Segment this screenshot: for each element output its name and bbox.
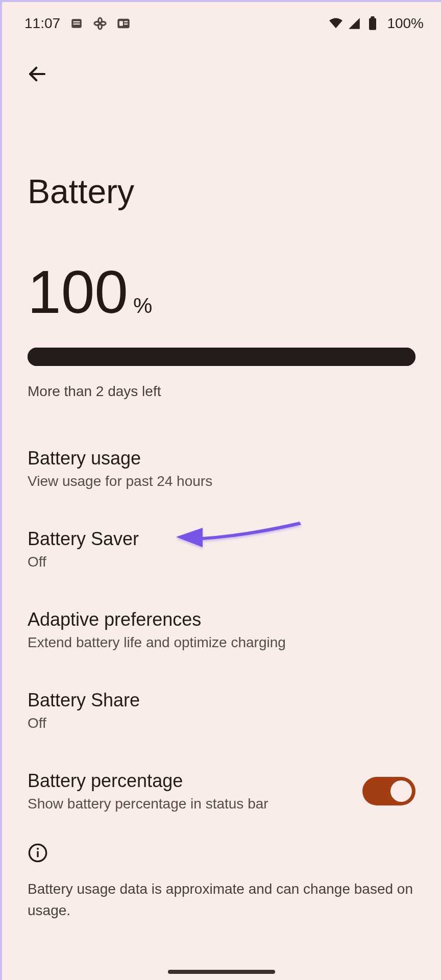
svg-point-12 bbox=[37, 848, 39, 850]
news-icon bbox=[116, 16, 131, 31]
setting-subtitle: Off bbox=[28, 715, 140, 731]
back-button[interactable] bbox=[22, 59, 52, 90]
battery-progress-fill bbox=[28, 348, 415, 366]
setting-text-block: Battery usage View usage for past 24 hou… bbox=[28, 448, 212, 489]
battery-icon bbox=[365, 16, 380, 31]
battery-hero: 100 % More than 2 days left bbox=[2, 211, 441, 400]
settings-list: Battery usage View usage for past 24 hou… bbox=[2, 400, 441, 827]
battery-share-row[interactable]: Battery Share Off bbox=[28, 666, 415, 747]
messages-icon bbox=[69, 16, 84, 31]
svg-rect-5 bbox=[124, 21, 128, 22]
battery-level-display: 100 % bbox=[28, 262, 415, 322]
pinwheel-icon bbox=[93, 16, 107, 31]
status-bar-left: 11:07 bbox=[24, 15, 131, 32]
setting-subtitle: Extend battery life and optimize chargin… bbox=[28, 634, 286, 651]
wifi-icon bbox=[329, 16, 343, 31]
status-bar-right: 100% bbox=[329, 15, 424, 32]
battery-estimate-text: More than 2 days left bbox=[28, 383, 415, 400]
setting-title: Adaptive preferences bbox=[28, 609, 286, 630]
svg-rect-3 bbox=[117, 19, 129, 29]
arrow-left-icon bbox=[27, 63, 48, 85]
setting-title: Battery Share bbox=[28, 690, 140, 711]
svg-rect-4 bbox=[119, 21, 123, 26]
battery-level-number: 100 bbox=[28, 262, 128, 322]
setting-subtitle: Show battery percentage in status bar bbox=[28, 796, 268, 812]
status-time: 11:07 bbox=[24, 15, 60, 32]
svg-rect-1 bbox=[74, 21, 80, 22]
svg-rect-7 bbox=[369, 18, 376, 30]
svg-rect-2 bbox=[74, 23, 80, 24]
nav-bar bbox=[2, 40, 441, 90]
page-title: Battery bbox=[2, 90, 441, 211]
signal-icon bbox=[347, 16, 361, 31]
battery-progress-bar bbox=[28, 348, 415, 366]
setting-text-block: Adaptive preferences Extend battery life… bbox=[28, 609, 286, 651]
nav-pill[interactable] bbox=[168, 970, 275, 974]
battery-percentage-row[interactable]: Battery percentage Show battery percenta… bbox=[28, 747, 415, 827]
setting-title: Battery usage bbox=[28, 448, 212, 469]
setting-text-block: Battery percentage Show battery percenta… bbox=[28, 770, 268, 812]
status-battery-percent: 100% bbox=[387, 15, 424, 32]
battery-percentage-toggle[interactable] bbox=[362, 777, 415, 805]
setting-title: Battery percentage bbox=[28, 770, 268, 792]
setting-subtitle: Off bbox=[28, 554, 139, 570]
info-text: Battery usage data is approximate and ca… bbox=[28, 878, 415, 921]
battery-saver-row[interactable]: Battery Saver Off bbox=[28, 505, 415, 585]
setting-title: Battery Saver bbox=[28, 528, 139, 550]
svg-rect-8 bbox=[371, 16, 375, 19]
status-bar: 11:07 100% bbox=[2, 2, 441, 40]
setting-text-block: Battery Saver Off bbox=[28, 528, 139, 570]
setting-text-block: Battery Share Off bbox=[28, 690, 140, 731]
adaptive-preferences-row[interactable]: Adaptive preferences Extend battery life… bbox=[28, 585, 415, 666]
battery-usage-row[interactable]: Battery usage View usage for past 24 hou… bbox=[28, 433, 415, 505]
battery-percent-symbol: % bbox=[133, 293, 152, 318]
svg-rect-6 bbox=[124, 23, 128, 24]
info-section: Battery usage data is approximate and ca… bbox=[2, 827, 441, 921]
info-icon bbox=[28, 843, 48, 863]
setting-subtitle: View usage for past 24 hours bbox=[28, 473, 212, 489]
